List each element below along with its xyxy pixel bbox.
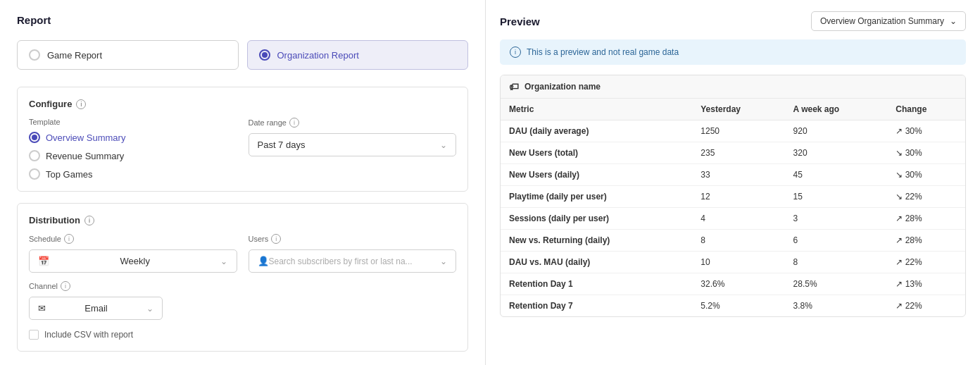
date-range-select[interactable]: Past 7 days ⌄ [249,133,457,156]
cell-week-ago: 15 [785,186,888,208]
cell-change: ↗ 22% [887,252,965,273]
cell-yesterday: 5.2% [692,295,784,317]
cell-yesterday: 235 [692,142,784,164]
distribution-section: Distribution i Schedule i 📅 Weekly ⌄ Use… [17,203,468,352]
template-revenue-label: Revenue Summary [46,151,124,161]
date-range-info-icon[interactable]: i [289,118,299,128]
cell-change: ↗ 28% [887,208,965,230]
schedule-col: Schedule i 📅 Weekly ⌄ [29,234,237,273]
schedule-icon: 📅 [38,256,49,266]
cell-week-ago: 320 [785,142,888,164]
cell-change: ↘ 30% [887,142,965,164]
table-row: Playtime (daily per user)1215↘ 22% [501,186,965,208]
org-name: Organization name [524,82,601,92]
cell-week-ago: 6 [785,230,888,252]
cell-week-ago: 3.8% [785,295,888,317]
csv-row: Include CSV with report [29,330,456,340]
cell-week-ago: 3 [785,208,888,230]
table-row: Sessions (daily per user)43↗ 28% [501,208,965,230]
cell-yesterday: 8 [692,230,784,252]
right-panel: Preview Overview Organization Summary ⌄ … [486,0,980,365]
game-report-label: Game Report [47,50,102,61]
cell-metric: Retention Day 1 [501,273,692,295]
date-range-col: Date range i Past 7 days ⌄ [249,118,457,180]
users-select[interactable]: 👤 Search subscribers by first or last na… [249,249,457,273]
template-col: Template Overview Summary Revenue Summar… [29,118,237,180]
org-icon: 🏷 [509,81,519,92]
game-report-radio[interactable] [29,49,40,61]
report-type-row: Game Report Organization Report [17,40,468,70]
date-range-label: Date range i [249,118,457,128]
cell-yesterday: 12 [692,186,784,208]
template-overview[interactable]: Overview Summary [29,132,237,143]
schedule-select[interactable]: 📅 Weekly ⌄ [29,249,237,273]
schedule-arrow-icon: ⌄ [220,256,227,266]
csv-label: Include CSV with report [44,330,133,340]
col-metric: Metric [501,99,692,120]
org-report-option[interactable]: Organization Report [247,40,469,70]
left-panel-title: Report [17,14,468,26]
schedule-info-icon[interactable]: i [64,234,74,244]
users-col: Users i 👤 Search subscribers by first or… [249,234,457,273]
preview-banner: i This is a preview and not real game da… [500,39,966,65]
cell-yesterday: 33 [692,164,784,186]
cell-change: ↘ 30% [887,164,965,186]
col-yesterday: Yesterday [692,99,784,120]
cell-week-ago: 45 [785,164,888,186]
cell-metric: New vs. Returning (daily) [501,230,692,252]
channel-select[interactable]: ✉ Email ⌄ [29,297,163,320]
cell-metric: New Users (total) [501,142,692,164]
configure-info-icon[interactable]: i [76,99,86,109]
configure-cols: Template Overview Summary Revenue Summar… [29,118,456,180]
configure-title: Configure i [29,99,456,109]
org-name-row: 🏷 Organization name [501,75,965,99]
distribution-row: Schedule i 📅 Weekly ⌄ Users i 👤 Search s… [29,234,456,273]
cell-metric: DAU (daily average) [501,120,692,142]
left-panel: Report Game Report Organization Report C… [0,0,486,365]
template-revenue[interactable]: Revenue Summary [29,150,237,161]
org-report-label: Organization Report [277,50,359,61]
template-overview-label: Overview Summary [46,132,125,143]
channel-info-icon[interactable]: i [61,281,70,291]
preview-table: Metric Yesterday A week ago Change DAU (… [501,99,965,316]
template-overview-radio[interactable] [29,132,40,143]
cell-metric: Sessions (daily per user) [501,208,692,230]
table-row: DAU (daily average)1250920↗ 30% [501,120,965,142]
cell-metric: DAU vs. MAU (daily) [501,252,692,273]
table-header-row: Metric Yesterday A week ago Change [501,99,965,120]
distribution-info-icon[interactable]: i [84,216,94,225]
banner-info-icon: i [510,47,521,58]
table-row: New Users (daily)3345↘ 30% [501,164,965,186]
table-row: New vs. Returning (daily)86↗ 28% [501,230,965,252]
preview-select[interactable]: Overview Organization Summary ⌄ [811,11,966,31]
table-row: New Users (total)235320↘ 30% [501,142,965,164]
org-report-radio[interactable] [259,49,270,61]
users-arrow-icon: ⌄ [440,256,447,266]
preview-title: Preview [500,16,540,27]
col-week-ago: A week ago [785,99,888,120]
template-top-games[interactable]: Top Games [29,168,237,180]
template-top-games-radio[interactable] [29,168,40,180]
cell-week-ago: 8 [785,252,888,273]
cell-week-ago: 920 [785,120,888,142]
cell-change: ↘ 22% [887,186,965,208]
template-revenue-radio[interactable] [29,150,40,161]
users-info-icon[interactable]: i [271,234,281,244]
template-top-games-label: Top Games [46,169,92,180]
table-row: DAU vs. MAU (daily)108↗ 22% [501,252,965,273]
csv-checkbox[interactable] [29,330,39,340]
cell-yesterday: 10 [692,252,784,273]
preview-card: 🏷 Organization name Metric Yesterday A w… [500,75,966,317]
cell-yesterday: 1250 [692,120,784,142]
cell-metric: New Users (daily) [501,164,692,186]
channel-row: Channel i ✉ Email ⌄ [29,281,456,320]
preview-select-arrow-icon: ⌄ [950,16,957,26]
cell-metric: Playtime (daily per user) [501,186,692,208]
users-search-icon: 👤 [258,256,269,266]
col-change: Change [887,99,965,120]
game-report-option[interactable]: Game Report [17,40,239,70]
cell-change: ↗ 13% [887,273,965,295]
preview-header: Preview Overview Organization Summary ⌄ [500,11,966,31]
channel-icon: ✉ [38,303,46,314]
configure-section: Configure i Template Overview Summary Re… [17,87,468,192]
